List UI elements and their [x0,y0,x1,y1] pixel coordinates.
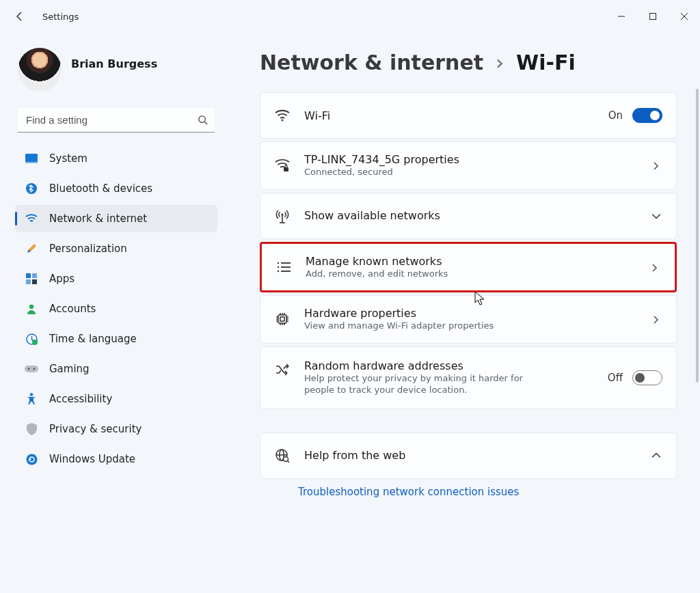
connected-network-card[interactable]: TP-LINK_7434_5G properties Connected, se… [260,141,677,190]
sidebar-item-label: Personalization [49,243,127,255]
back-icon[interactable] [14,10,26,23]
titlebar: Settings [0,0,700,33]
card-title: Hardware properties [304,307,638,320]
sidebar-item-label: System [49,152,88,165]
svg-rect-9 [26,273,31,278]
sidebar-item-label: Accounts [49,303,96,315]
bluetooth-icon [25,182,38,195]
wifi-icon [274,109,291,122]
profile-name: Brian Burgess [71,57,157,71]
svg-point-21 [282,120,284,122]
svg-point-19 [30,393,33,396]
breadcrumb-separator-icon: › [496,51,504,74]
windows-update-icon [25,452,38,466]
sidebar-item-privacy[interactable]: Privacy & security [15,415,217,443]
card-subtitle: Add, remove, and edit networks [306,268,636,280]
breadcrumb-root[interactable]: Network & internet [260,51,483,74]
sidebar-item-time-language[interactable]: Time & language [15,325,217,353]
close-button[interactable] [669,3,700,30]
card-title: TP-LINK_7434_5G properties [304,153,638,166]
card-title: Help from the web [304,449,638,462]
wifi-icon [25,212,38,225]
toggle-state-label: Off [608,372,623,384]
sidebar-item-personalization[interactable]: Personalization [15,235,217,262]
svg-point-8 [26,183,37,194]
accessibility-icon [25,392,38,406]
sidebar-item-gaming[interactable]: Gaming [15,355,217,383]
search-input[interactable] [25,113,193,126]
svg-rect-12 [32,279,37,284]
svg-rect-33 [280,317,284,321]
paintbrush-icon [25,242,38,256]
card-title: Random hardware addresses [304,359,594,372]
card-subtitle: View and manage Wi-Fi adapter properties [304,320,638,332]
sidebar-item-bluetooth[interactable]: Bluetooth & devices [15,175,217,202]
sidebar-item-label: Bluetooth & devices [49,182,152,195]
svg-rect-1 [650,14,656,20]
sidebar-item-apps[interactable]: Apps [15,265,217,292]
chip-icon [274,312,291,327]
hardware-properties-card[interactable]: Hardware properties View and manage Wi-F… [260,295,677,344]
svg-point-49 [284,456,288,461]
random-mac-card[interactable]: Random hardware addresses Help protect y… [260,346,677,409]
svg-point-4 [198,116,204,122]
sidebar-item-label: Network & internet [49,212,147,225]
svg-point-18 [33,368,36,370]
svg-rect-16 [25,366,38,372]
profile-block[interactable]: Brian Burgess [12,42,220,105]
main-panel: Network & internet › Wi-Fi Wi-Fi On [232,33,700,593]
search-box[interactable] [18,108,215,133]
toggle-state-label: On [608,109,623,122]
show-available-networks-card[interactable]: Show available networks [260,193,677,239]
help-link-troubleshoot[interactable]: Troubleshooting network connection issue… [260,482,677,502]
svg-line-5 [204,122,207,124]
chevron-right-icon [651,314,662,325]
sidebar-item-label: Gaming [49,363,90,375]
svg-point-30 [278,271,279,272]
minimize-button[interactable] [606,3,637,30]
manage-known-networks-card[interactable]: Manage known networks Add, remove, and e… [262,244,675,291]
list-icon [275,262,292,273]
svg-rect-10 [32,273,37,278]
sidebar-item-accounts[interactable]: Accounts [15,295,217,322]
card-title: Show available networks [304,209,638,222]
apps-icon [25,272,38,286]
breadcrumb-leaf: Wi-Fi [516,51,576,74]
help-from-web-card[interactable]: Help from the web [260,432,677,479]
scrollbar[interactable] [696,89,699,383]
wifi-secure-icon [274,158,291,172]
sidebar-item-network[interactable]: Network & internet [15,205,217,232]
svg-line-50 [288,460,290,463]
app-title: Settings [42,12,79,22]
sidebar-item-label: Privacy & security [49,423,142,435]
sidebar-item-windows-update[interactable]: Windows Update [15,445,217,473]
window-controls [606,3,700,30]
antenna-icon [274,208,291,223]
sidebar-item-accessibility[interactable]: Accessibility [15,385,217,413]
svg-point-28 [278,266,279,268]
sidebar-item-system[interactable]: System [15,145,217,172]
maximize-button[interactable] [637,3,669,30]
chevron-up-icon [651,450,662,461]
avatar [18,48,62,92]
svg-point-13 [29,305,34,309]
random-mac-toggle[interactable] [632,370,662,385]
sidebar-item-label: Time & language [49,333,137,345]
sidebar-item-label: Windows Update [49,453,135,465]
svg-point-15 [32,340,38,345]
svg-point-26 [278,262,279,264]
svg-point-20 [26,454,37,465]
profile-subtitle [71,71,157,82]
sidebar-item-label: Apps [49,273,75,285]
sidebar-nav: System Bluetooth & devices Network & int… [12,145,220,473]
shield-icon [25,422,38,436]
wifi-toggle[interactable] [632,108,662,123]
chevron-down-icon [651,210,662,221]
card-subtitle: Help protect your privacy by making it h… [304,372,550,396]
breadcrumb: Network & internet › Wi-Fi [260,51,677,74]
svg-point-17 [28,368,30,370]
sidebar-item-label: Accessibility [49,393,112,405]
wifi-toggle-card[interactable]: Wi-Fi On [260,92,677,139]
highlight-annotation: Manage known networks Add, remove, and e… [260,242,677,293]
sidebar: Brian Burgess System Bluetooth & devi [0,33,232,593]
